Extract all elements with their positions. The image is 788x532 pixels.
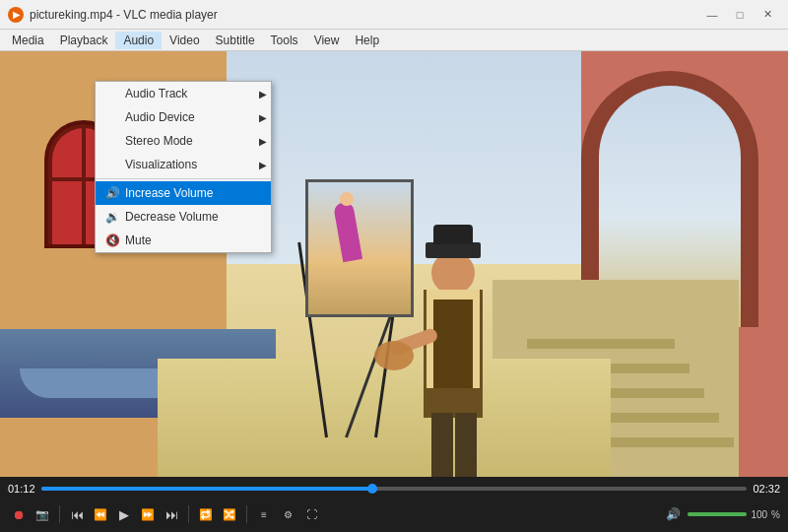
controls-bar: 01:12 02:32 ⏺ 📷 ⏮ ⏪ ▶ ⏩ ⏭ 🔁 🔀 ≡ ⚙ ⛶ (0, 477, 788, 532)
window-title: pictureking.mp4 - VLC media player (30, 8, 699, 22)
menu-separator (96, 178, 271, 179)
palette (374, 341, 414, 370)
volume-label: 100 (751, 509, 767, 520)
mute-icon: 🔇 (103, 233, 121, 248)
menu-view[interactable]: View (306, 32, 348, 49)
menubar: Media Playback Audio Video Subtitle Tool… (0, 30, 788, 51)
mute-item[interactable]: 🔇 Mute (96, 229, 271, 252)
maximize-button[interactable]: □ (727, 5, 753, 25)
extended-button[interactable]: ⚙ (277, 503, 298, 525)
forward-button[interactable]: ⏩ (137, 503, 159, 525)
canvas (305, 179, 414, 317)
painter-vest (433, 299, 473, 388)
audio-dropdown: Audio Track ▶ Audio Device ▶ Stereo Mode… (95, 81, 272, 253)
menu-tools[interactable]: Tools (263, 32, 306, 49)
app-icon: ▶ (8, 7, 24, 23)
window-controls: — □ ✕ (699, 5, 780, 25)
menu-media[interactable]: Media (4, 32, 52, 49)
snapshot-button[interactable]: 📷 (32, 503, 53, 525)
volume-area: 🔊 100 % (662, 503, 780, 525)
titlebar: ▶ pictureking.mp4 - VLC media player — □… (0, 0, 788, 30)
progress-thumb (367, 484, 377, 494)
decrease-volume-icon: 🔉 (103, 209, 121, 225)
minimize-button[interactable]: — (699, 5, 725, 25)
record-button[interactable]: ⏺ (8, 503, 30, 525)
menu-video[interactable]: Video (162, 32, 207, 49)
progress-track[interactable] (41, 487, 748, 491)
menu-subtitle[interactable]: Subtitle (208, 32, 263, 49)
audio-track-item[interactable]: Audio Track ▶ (96, 82, 271, 105)
play-button[interactable]: ▶ (113, 503, 135, 525)
painter-hat-brim (426, 242, 481, 258)
prev-button[interactable]: ⏮ (66, 503, 88, 525)
increase-volume-icon: 🔊 (103, 185, 121, 201)
menu-playback[interactable]: Playback (52, 32, 116, 49)
button-row: ⏺ 📷 ⏮ ⏪ ▶ ⏩ ⏭ 🔁 🔀 ≡ ⚙ ⛶ 🔊 100 % (8, 500, 780, 528)
total-time: 02:32 (753, 483, 780, 495)
audio-device-item[interactable]: Audio Device ▶ (96, 105, 271, 129)
random-button[interactable]: 🔀 (219, 503, 240, 525)
separator-2 (188, 505, 189, 523)
progress-fill (41, 487, 373, 491)
painter-left-leg (431, 413, 453, 477)
visualizations-icon (103, 157, 121, 172)
window-cross-v (82, 128, 86, 244)
stereo-mode-icon (103, 133, 121, 149)
painter-right-leg (455, 413, 477, 477)
audio-track-icon (103, 86, 121, 101)
expand-button[interactable]: ≡ (253, 503, 275, 525)
visualizations-item[interactable]: Visualizations ▶ (96, 153, 271, 176)
loop-button[interactable]: 🔁 (195, 503, 217, 525)
fullscreen-button[interactable]: ⛶ (300, 503, 322, 525)
decrease-volume-item[interactable]: 🔉 Decrease Volume (96, 205, 271, 229)
separator-3 (246, 505, 247, 523)
increase-volume-item[interactable]: 🔊 Increase Volume (96, 181, 271, 205)
volume-fill (688, 512, 747, 516)
close-button[interactable]: ✕ (755, 5, 780, 25)
stereo-mode-item[interactable]: Stereo Mode ▶ (96, 129, 271, 153)
backward-button[interactable]: ⏪ (90, 503, 111, 525)
painter-hat-top (433, 225, 473, 244)
separator-1 (59, 505, 60, 523)
stair-5 (527, 339, 675, 349)
progress-area: 01:12 02:32 (8, 481, 780, 497)
volume-track[interactable] (688, 512, 747, 516)
menu-audio[interactable]: Audio (115, 32, 162, 49)
volume-icon-button[interactable]: 🔊 (662, 503, 684, 525)
current-time: 01:12 (8, 483, 35, 495)
next-button[interactable]: ⏭ (161, 503, 182, 525)
audio-device-icon (103, 109, 121, 125)
menu-help[interactable]: Help (347, 32, 387, 49)
